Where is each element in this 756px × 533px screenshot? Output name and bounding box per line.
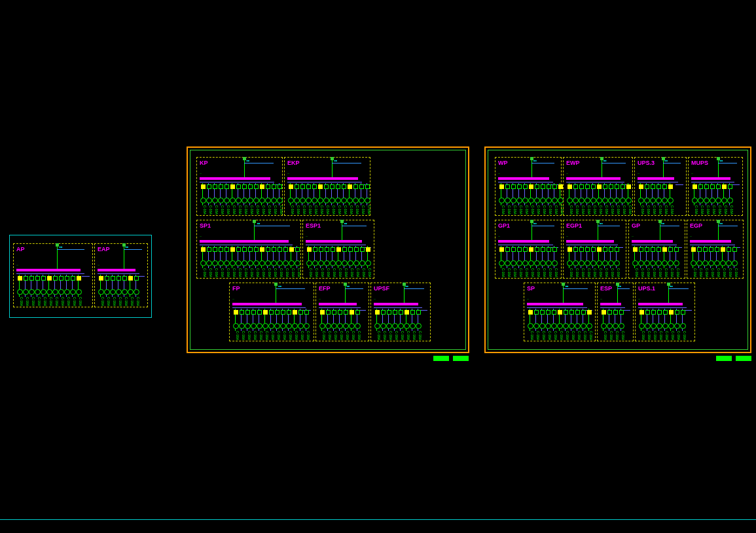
feeder-label: C-16A xyxy=(104,297,110,313)
panel-title: WP xyxy=(498,160,508,166)
load-icon xyxy=(696,260,702,266)
panel-inlet-cable xyxy=(598,226,619,226)
load-icon xyxy=(579,260,585,266)
panel-ups-1: UPS.1■■C-16AC-16AC-16AC-16AC-16AC-16AC-1… xyxy=(635,283,695,341)
feeder-label: C-16A xyxy=(596,268,602,284)
feeder-label: C-16A xyxy=(312,268,318,284)
breaker-icon xyxy=(29,276,34,281)
breaker-icon xyxy=(645,310,650,315)
panel-title: EGP xyxy=(690,222,702,229)
panel-inlet xyxy=(276,284,276,303)
breaker-icon xyxy=(355,310,360,315)
load-icon xyxy=(732,260,738,266)
feeder-label: C-16A xyxy=(668,268,674,284)
feeder-label: C-16A xyxy=(35,297,41,313)
breaker-icon xyxy=(354,247,359,252)
load-icon xyxy=(104,289,110,295)
feeder-label: C-16A xyxy=(306,268,312,284)
feeder-label: C-16A xyxy=(295,268,300,284)
panel-title: EKP xyxy=(287,160,300,166)
feeder-label: C-16A xyxy=(247,268,253,284)
sub-busbar xyxy=(527,307,587,308)
feeder-label: C-16A xyxy=(540,205,546,221)
panel-note: ■■ xyxy=(125,245,128,249)
panel-subnote: ··· xyxy=(638,172,639,175)
feeder-label: C-16A xyxy=(650,205,656,221)
load-icon xyxy=(602,260,608,266)
breaker-icon xyxy=(585,184,590,189)
feeder-label: C-16A xyxy=(335,205,341,221)
feeder-label: C-16A xyxy=(573,268,579,284)
panel-note: ■■ xyxy=(664,159,668,162)
breaker-icon xyxy=(416,310,421,315)
breaker-icon xyxy=(528,310,533,315)
breaker-icon xyxy=(263,310,268,315)
breaker-icon xyxy=(710,184,715,189)
load-icon xyxy=(347,198,353,203)
panel-inlet xyxy=(345,284,346,303)
breaker-icon xyxy=(99,276,103,281)
feeder-label: C-16A xyxy=(230,205,236,221)
breaker-icon xyxy=(668,247,673,252)
breaker-icon xyxy=(269,310,274,315)
load-icon xyxy=(714,260,720,266)
breaker-icon xyxy=(393,310,397,315)
feeder-label: C-16A xyxy=(721,205,727,221)
feeder-label: C-16A xyxy=(365,205,370,221)
breaker-icon xyxy=(569,310,574,315)
load-icon xyxy=(551,323,557,329)
feeder-label: C-16A xyxy=(110,297,116,313)
load-icon xyxy=(668,260,674,266)
load-icon xyxy=(251,323,257,329)
load-icon xyxy=(392,323,398,329)
busbar xyxy=(690,240,731,243)
panel-subnote: ··· xyxy=(306,235,308,238)
feeder-label: C-16A xyxy=(224,205,230,221)
load-icon xyxy=(721,198,727,203)
load-icon xyxy=(608,198,614,203)
breaker-icon xyxy=(662,247,667,252)
load-icon xyxy=(726,260,732,266)
feeder-label: C-16A xyxy=(265,268,271,284)
load-icon xyxy=(110,289,116,295)
panel-egp: EGP■■C-16AC-16AC-16AC-16AC-16AC-16AC-16A… xyxy=(687,220,744,279)
load-icon xyxy=(274,323,280,329)
panel-inlet-cable xyxy=(57,249,84,250)
sub-busbar xyxy=(632,245,677,245)
load-icon xyxy=(325,323,331,329)
load-icon xyxy=(288,198,294,203)
breaker-icon xyxy=(289,247,294,252)
load-icon xyxy=(349,323,355,329)
load-icon xyxy=(259,260,265,266)
panel-subnote: ··· xyxy=(287,172,289,175)
breaker-icon xyxy=(613,310,618,315)
feeder-label: C-16A xyxy=(317,205,323,221)
breaker-icon xyxy=(117,276,121,281)
load-icon xyxy=(516,260,522,266)
panel-gp1: GP1■■C-16AC-16AC-16AC-16AC-16AC-16AC-16A… xyxy=(495,220,562,279)
feeder-label: C-16A xyxy=(134,297,139,313)
feeder-label: C-16A xyxy=(708,268,714,284)
feeder-label: C-16A xyxy=(355,331,361,347)
breaker-icon xyxy=(295,247,300,252)
load-icon xyxy=(337,323,343,329)
feeder-label: C-16A xyxy=(271,205,277,221)
breaker-icon xyxy=(607,310,612,315)
load-icon xyxy=(236,260,242,266)
load-icon xyxy=(602,198,608,203)
busbar xyxy=(200,240,289,243)
feeder-label: C-16A xyxy=(330,268,336,284)
feeder-label: C-16A xyxy=(632,268,638,284)
load-icon xyxy=(17,289,23,295)
feeder-label: C-16A xyxy=(242,205,247,221)
feeder-label: C-16A xyxy=(674,331,680,347)
breaker-icon xyxy=(547,247,551,252)
panel-inlet xyxy=(668,284,669,303)
breaker-icon xyxy=(573,184,578,189)
feeder-label: C-16A xyxy=(289,268,295,284)
load-icon xyxy=(590,198,596,203)
load-icon xyxy=(271,260,277,266)
breaker-icon xyxy=(579,247,584,252)
load-icon xyxy=(539,323,545,329)
feeder-label: C-16A xyxy=(657,331,662,347)
